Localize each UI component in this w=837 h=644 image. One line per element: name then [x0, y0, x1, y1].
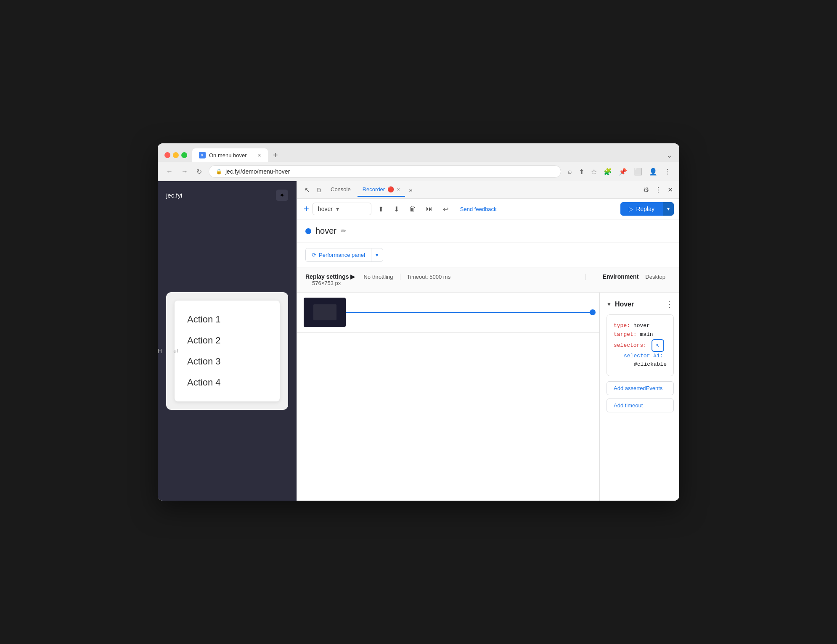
lock-icon: 🔒 [216, 169, 222, 174]
resolution-value: 576×753 px [305, 280, 355, 286]
recorder-tab[interactable]: Recorder 🔴 × [358, 183, 405, 197]
replay-button-group: ▷ Replay ▾ [620, 202, 674, 216]
title-bar: R On menu hover × + ⌄ [158, 143, 679, 162]
extensions-icon[interactable]: 🧩 [602, 166, 614, 177]
menu-card: Action 1 Action 2 Action 3 Action 4 [175, 301, 280, 401]
settings-gear-button[interactable]: ⚙ [641, 183, 652, 196]
menu-item-1: Action 1 [187, 309, 267, 330]
replay-button[interactable]: ▷ Replay [620, 202, 663, 216]
nav-bar: ← → ↻ 🔒 jec.fyi/demo/menu-hover ⌕ ⬆ ☆ 🧩 … [158, 162, 679, 181]
main-content: jec.fyi ✦ H e! Action 1 Action 2 Action … [158, 181, 679, 501]
replay-label: Replay [636, 206, 654, 212]
replay-settings-arrow: ▶ [350, 273, 355, 280]
recorder-icon: 🔴 [387, 186, 394, 193]
selector-picker-button[interactable]: ↖ [652, 339, 664, 352]
performance-dropdown-button[interactable]: ▾ [371, 248, 383, 261]
timeline-dot [590, 309, 596, 315]
settings-bar: Replay settings ▶ No throttling Timeout:… [297, 267, 679, 293]
delete-button[interactable]: 🗑 [406, 203, 419, 215]
webpage-panel: jec.fyi ✦ H e! Action 1 Action 2 Action … [158, 181, 297, 501]
active-tab[interactable]: R On menu hover × [192, 148, 268, 162]
back-button[interactable]: ← [164, 166, 175, 177]
code-line-selector-num: selector #1: [614, 352, 667, 361]
star-icon[interactable]: ☆ [589, 166, 599, 177]
add-recording-button[interactable]: + [304, 203, 309, 214]
replay-settings-text: Replay settings [305, 273, 349, 280]
profile-icon[interactable]: 👤 [647, 166, 659, 177]
recorder-main-toolbar: + hover ▾ ⬆ ⬇ 🗑 ⏭ ↩ Send feedback ▷ Repl… [297, 199, 679, 219]
step-expand-icon[interactable]: ▼ [607, 301, 612, 307]
add-timeout-button[interactable]: Add timeout [607, 399, 674, 412]
timeout-value: Timeout: 5000 ms [400, 274, 586, 280]
close-traffic-light[interactable] [164, 152, 170, 158]
recorder-label: Recorder [363, 186, 385, 193]
tab-favicon: R [199, 152, 206, 158]
perf-label: Performance panel [319, 252, 365, 258]
step-more-button[interactable]: ⋮ [665, 299, 674, 309]
page-header: jec.fyi ✦ [166, 190, 288, 201]
download-button[interactable]: ⬇ [390, 203, 403, 216]
search-icon[interactable]: ⌕ [566, 166, 574, 177]
more-icon[interactable]: ⋮ [662, 166, 673, 177]
inspector-icon-button[interactable]: ↖ [302, 184, 313, 196]
code-line-selector-val: #clickable [614, 360, 667, 369]
address-text: jec.fyi/demo/menu-hover [225, 168, 290, 175]
add-asserted-events-button[interactable]: Add assertedEvents [607, 381, 674, 395]
menu-item-4: Action 4 [187, 372, 267, 393]
pin-icon[interactable]: 📌 [617, 166, 629, 177]
step-header: ▼ Hover ⋮ [607, 299, 674, 309]
code-line-type: type: hover [614, 322, 667, 330]
recording-title: hover [315, 226, 336, 236]
step-panel: ▼ Hover ⋮ type: hover target: main [600, 293, 679, 501]
step-title: Hover [615, 301, 634, 308]
new-tab-button[interactable]: + [270, 149, 281, 162]
tab-dropdown-icon[interactable]: ⌄ [666, 150, 673, 160]
recording-select[interactable]: hover ▾ [313, 203, 371, 215]
more-options-button[interactable]: ⋮ [652, 183, 664, 196]
undo-button[interactable]: ↩ [440, 203, 452, 216]
timeline-strip [297, 293, 600, 501]
performance-panel-button[interactable]: ⟳ Performance panel [306, 248, 371, 261]
throttling-value: No throttling [355, 274, 400, 280]
browser-window: R On menu hover × + ⌄ ← → ↻ 🔒 jec.fyi/de… [158, 143, 679, 501]
minimize-traffic-light[interactable] [173, 152, 179, 158]
traffic-lights [164, 152, 187, 158]
recording-dropdown-arrow: ▾ [336, 206, 339, 212]
selector-val: #clickable [634, 361, 667, 367]
code-line-target: target: main [614, 330, 667, 339]
svg-text:R: R [201, 154, 203, 157]
replay-icon: ▷ [629, 206, 633, 212]
console-tab[interactable]: Console [326, 183, 356, 197]
window-icon[interactable]: ⬜ [632, 166, 644, 177]
selector-num-link[interactable]: selector #1: [624, 353, 663, 359]
target-key: target: [614, 331, 637, 338]
upload-button[interactable]: ⬆ [375, 203, 387, 216]
maximize-traffic-light[interactable] [181, 152, 187, 158]
code-block: type: hover target: main selectors: ↖ [607, 314, 674, 376]
tab-close-button[interactable]: × [258, 152, 261, 158]
address-bar[interactable]: 🔒 jec.fyi/demo/menu-hover [209, 165, 561, 178]
code-line-selectors: selectors: ↖ [614, 339, 667, 352]
recorder-tab-close[interactable]: × [397, 186, 400, 193]
edit-title-icon[interactable]: ✏ [341, 227, 346, 235]
device-toolbar-button[interactable]: ⧉ [314, 184, 324, 196]
nav-icons: ⌕ ⬆ ☆ 🧩 📌 ⬜ 👤 ⋮ [566, 166, 673, 177]
theme-toggle-button[interactable]: ✦ [276, 190, 288, 201]
devtools-panel: ↖ ⧉ Console Recorder 🔴 × » ⚙ ⋮ ✕ + [297, 181, 679, 501]
forward-button[interactable]: → [180, 166, 190, 177]
tab-bar: R On menu hover × + [192, 148, 661, 162]
replay-dropdown-button[interactable]: ▾ [663, 202, 674, 216]
timeline-visual [297, 293, 599, 333]
more-tabs-button[interactable]: » [407, 184, 415, 196]
step-button[interactable]: ⏭ [423, 203, 436, 215]
tab-title: On menu hover [209, 152, 247, 158]
menu-item-2: Action 2 [187, 330, 267, 351]
share-icon[interactable]: ⬆ [577, 166, 586, 177]
refresh-button[interactable]: ↻ [195, 166, 204, 177]
type-key: type: [614, 322, 630, 329]
page-partial-text: H e! [158, 348, 178, 354]
devtools-close-button[interactable]: ✕ [665, 183, 675, 196]
send-feedback-link[interactable]: Send feedback [460, 206, 497, 212]
replay-settings-label[interactable]: Replay settings ▶ [305, 273, 355, 280]
timeline-connector [346, 312, 593, 313]
